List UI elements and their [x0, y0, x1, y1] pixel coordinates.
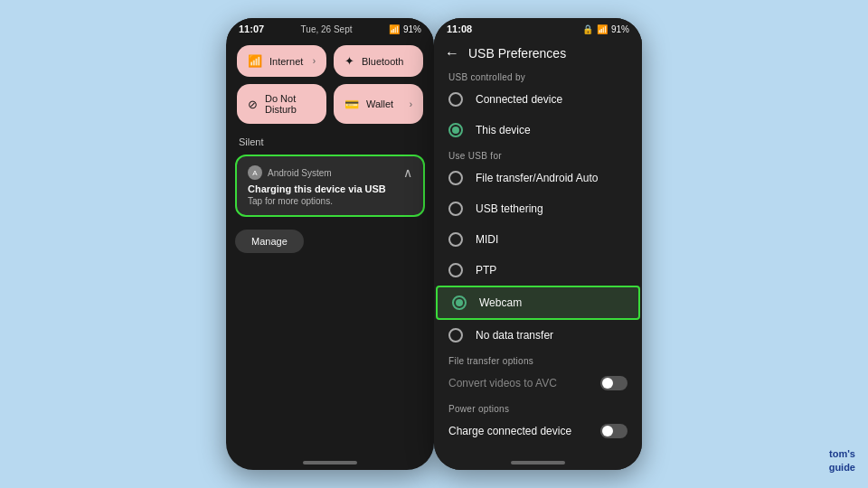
usb-tethering-label: USB tethering — [476, 202, 543, 215]
notif-header: A Android System ∧ — [248, 165, 412, 180]
notif-app-name: Android System — [268, 168, 398, 178]
android-icon: A — [248, 165, 262, 180]
no-data-label: No data transfer — [476, 329, 553, 342]
status-bar-phone1: 11:07 Tue, 26 Sept 📶 91% — [226, 18, 434, 38]
silent-label: Silent — [226, 131, 434, 151]
convert-videos-row: Convert videos to AVC — [434, 368, 642, 399]
bluetooth-icon: ✦ — [344, 54, 354, 68]
phone-2: 11:08 🔒 📶 91% ← USB Preferences USB cont… — [434, 18, 642, 470]
tile-internet[interactable]: 📶 Internet › — [237, 45, 326, 77]
radio-ptp[interactable]: PTP — [434, 255, 642, 286]
wifi-icon-p2: 📶 — [597, 24, 608, 34]
usb-header: ← USB Preferences — [434, 38, 642, 67]
section-use-usb: Use USB for — [434, 145, 642, 163]
wallet-icon: 💳 — [344, 98, 359, 111]
radio-no-data-circle — [448, 328, 463, 343]
radio-connected-circle — [448, 92, 463, 107]
notification-card[interactable]: A Android System ∧ Charging this device … — [235, 155, 425, 217]
toms-guide-watermark: tom's guide — [829, 447, 855, 474]
toms-line1: tom's — [829, 448, 855, 459]
connected-device-label: Connected device — [476, 93, 562, 106]
radio-ptp-circle — [448, 263, 463, 277]
tile-wallet-label: Wallet — [366, 99, 393, 109]
radio-this-device[interactable]: This device — [434, 115, 642, 145]
radio-usb-tethering-circle — [448, 202, 463, 216]
charge-connected-label: Charge connected device — [448, 425, 571, 437]
charge-connected-row: Charge connected device — [434, 416, 642, 446]
radio-connected-device[interactable]: Connected device — [434, 84, 642, 115]
date-phone1: Tue, 26 Sept — [301, 24, 353, 34]
tile-dnd-label: Do Not Disturb — [265, 93, 316, 115]
time-phone1: 11:07 — [239, 23, 264, 34]
notif-title: Charging this device via USB — [248, 183, 412, 194]
radio-webcam[interactable]: Webcam — [436, 286, 640, 320]
home-indicator — [303, 461, 357, 465]
status-icons-phone1: 📶 91% — [389, 24, 421, 34]
section-usb-controlled: USB controlled by — [434, 67, 642, 84]
toms-line2: guide — [829, 462, 855, 473]
midi-label: MIDI — [476, 233, 498, 246]
phone-1: 11:07 Tue, 26 Sept 📶 91% 📶 Internet › ✦ … — [226, 18, 434, 470]
convert-videos-toggle[interactable] — [600, 376, 627, 390]
lock-icon: 🔒 — [582, 24, 593, 34]
battery-phone1: 91% — [403, 24, 421, 34]
internet-arrow: › — [313, 56, 316, 66]
radio-webcam-circle — [452, 296, 467, 310]
ptp-label: PTP — [476, 264, 496, 277]
tile-dnd[interactable]: ⊘ Do Not Disturb — [237, 84, 326, 124]
radio-this-device-circle — [448, 123, 463, 137]
wallet-arrow: › — [410, 99, 412, 109]
radio-usb-tethering[interactable]: USB tethering — [434, 193, 642, 224]
dnd-icon: ⊘ — [248, 98, 258, 111]
time-phone2: 11:08 — [447, 23, 472, 34]
tile-bluetooth[interactable]: ✦ Bluetooth — [334, 45, 423, 77]
status-icons-phone2: 🔒 📶 91% — [582, 24, 629, 34]
usb-prefs-title: USB Preferences — [468, 46, 566, 61]
home-indicator-p2 — [511, 461, 565, 465]
radio-midi-circle — [448, 232, 463, 247]
section-file-transfer: File transfer options — [434, 351, 642, 368]
usb-prefs-screen: ← USB Preferences USB controlled by Conn… — [434, 38, 642, 470]
back-button[interactable]: ← — [445, 45, 459, 61]
tile-bluetooth-label: Bluetooth — [362, 56, 403, 67]
convert-videos-label: Convert videos to AVC — [448, 377, 557, 389]
radio-file-transfer-circle — [448, 171, 463, 185]
this-device-label: This device — [476, 124, 531, 136]
notif-body: Tap for more options. — [248, 196, 412, 206]
radio-file-transfer[interactable]: File transfer/Android Auto — [434, 163, 642, 193]
status-bar-phone2: 11:08 🔒 📶 91% — [434, 18, 642, 38]
internet-icon: 📶 — [248, 54, 262, 68]
section-power: Power options — [434, 399, 642, 416]
manage-button[interactable]: Manage — [235, 230, 304, 253]
tile-internet-label: Internet — [269, 56, 303, 67]
radio-midi[interactable]: MIDI — [434, 224, 642, 255]
charge-connected-toggle[interactable] — [600, 424, 627, 438]
battery-phone2: 91% — [611, 24, 629, 34]
quick-tiles: 📶 Internet › ✦ Bluetooth ⊘ Do Not Distur… — [226, 38, 434, 131]
webcam-label: Webcam — [479, 296, 522, 309]
notif-expand-icon[interactable]: ∧ — [403, 165, 412, 180]
radio-no-data[interactable]: No data transfer — [434, 320, 642, 351]
wifi-icon: 📶 — [389, 24, 400, 34]
tile-wallet[interactable]: 💳 Wallet › — [334, 84, 423, 124]
file-transfer-label: File transfer/Android Auto — [476, 172, 598, 184]
